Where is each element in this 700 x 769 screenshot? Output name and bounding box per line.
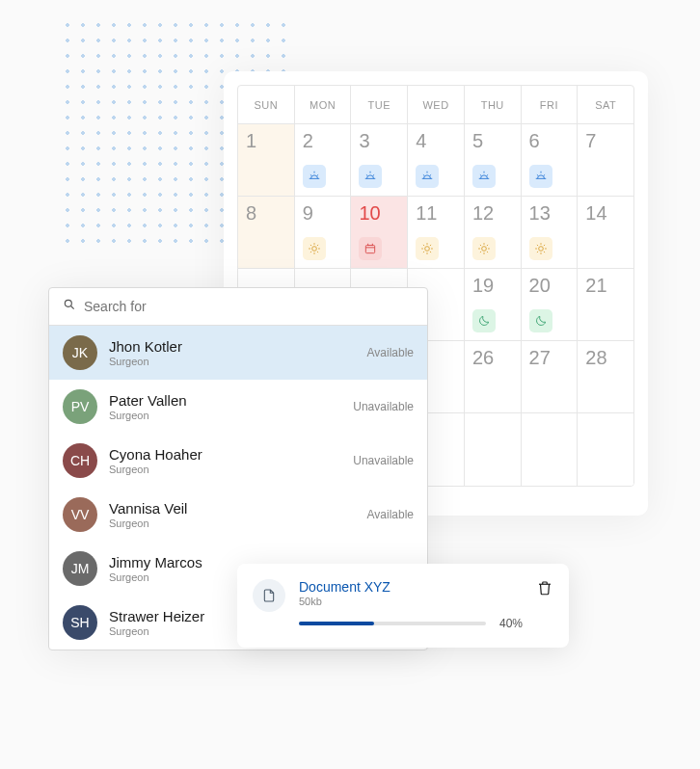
calendar-day-head: FRI	[521, 86, 578, 124]
calendar-cell[interactable]: 27	[521, 341, 578, 413]
calendar-day-head: MON	[294, 86, 351, 124]
svg-line-56	[537, 245, 538, 246]
calendar-cell-empty	[464, 413, 521, 486]
avatar: VV	[63, 497, 97, 532]
delete-button[interactable]	[536, 579, 553, 597]
avatar: CH	[63, 443, 97, 478]
sun-icon	[416, 237, 439, 260]
sunrise-icon	[416, 165, 439, 188]
calendar-cell[interactable]: 11	[407, 197, 464, 269]
calendar-day-head: SUN	[238, 86, 294, 124]
calendar-day-head: THU	[464, 86, 521, 124]
calendar-cell[interactable]: 21	[577, 269, 633, 341]
calendar-date-number: 20	[529, 275, 578, 297]
sun-icon	[303, 237, 326, 260]
calendar-date-number: 5	[472, 130, 521, 152]
calendar-cell[interactable]: 13	[521, 197, 578, 269]
calendar-date-number: 26	[472, 347, 521, 369]
svg-line-49	[487, 245, 488, 246]
search-icon	[63, 298, 76, 315]
avatar: SH	[63, 605, 97, 640]
search-bar	[49, 288, 427, 326]
list-item-name: Pater Vallen	[109, 392, 341, 409]
svg-line-26	[317, 252, 318, 252]
svg-line-15	[487, 174, 488, 175]
avatar: JM	[63, 551, 97, 586]
calendar-cell[interactable]: 20	[521, 269, 578, 341]
calendar-date-number: 12	[472, 202, 521, 225]
calendar-day-head: TUE	[350, 86, 407, 124]
calendar-date-number: 28	[585, 347, 633, 369]
svg-line-19	[544, 174, 545, 175]
list-item-status: Unavailable	[353, 454, 414, 467]
svg-line-48	[487, 252, 488, 252]
calendar-cell[interactable]: 28	[577, 341, 633, 413]
sun-icon	[529, 237, 552, 260]
svg-line-14	[480, 174, 481, 175]
calendar-cell-empty	[521, 413, 578, 486]
list-item-status: Available	[367, 508, 414, 521]
svg-line-18	[537, 174, 538, 175]
list-item-name: Cyona Hoaher	[109, 446, 341, 463]
svg-line-38	[423, 245, 424, 246]
svg-line-59	[537, 252, 538, 252]
svg-line-3	[317, 174, 318, 175]
svg-point-33	[425, 247, 430, 252]
list-item-role: Surgeon	[109, 517, 356, 529]
list-item[interactable]: VVVannisa VeilSurgeonAvailable	[49, 488, 427, 542]
calendar-cell[interactable]: 14	[577, 197, 633, 269]
list-item[interactable]: CHCyona HoaherSurgeonUnavailable	[49, 434, 427, 488]
calendar-cell[interactable]: 12	[464, 197, 521, 269]
calendar-date-number: 3	[359, 130, 407, 152]
trash-icon	[536, 583, 553, 599]
list-item[interactable]: PVPater VallenSurgeonUnavailable	[49, 380, 427, 434]
upload-file-size: 50kb	[299, 596, 523, 607]
sun-icon	[472, 237, 496, 260]
calendar-date-number: 9	[303, 202, 351, 225]
calendar-date-number: 27	[529, 347, 578, 369]
svg-line-2	[310, 174, 311, 175]
avatar: PV	[63, 389, 97, 424]
sunrise-icon	[303, 165, 326, 188]
calendar-date-number: 4	[416, 130, 464, 152]
calendar-cell[interactable]: 5	[464, 124, 521, 197]
list-item-role: Surgeon	[109, 410, 341, 421]
svg-line-61	[71, 306, 74, 309]
upload-progress-fill	[299, 622, 374, 625]
calendar-date-number: 1	[246, 130, 294, 152]
calendar-cell[interactable]: 9	[294, 197, 351, 269]
list-item[interactable]: JKJhon KotlerSurgeonAvailable	[49, 326, 427, 380]
calendar-cell-empty	[577, 413, 633, 486]
list-item-role: Surgeon	[109, 464, 341, 475]
moon-icon	[472, 309, 496, 332]
svg-line-39	[430, 252, 431, 252]
calendar-date-number: 19	[472, 275, 521, 297]
upload-file-name: Document XYZ	[299, 579, 523, 595]
calendar-date-number: 21	[585, 275, 633, 297]
svg-line-47	[480, 245, 481, 246]
calendar-cell[interactable]: 26	[464, 341, 521, 413]
calendar-cell[interactable]: 1	[238, 124, 294, 197]
calendar-date-number: 13	[529, 202, 578, 225]
calendar-cell[interactable]: 8	[238, 197, 294, 269]
svg-line-57	[544, 252, 545, 252]
svg-line-25	[310, 245, 311, 246]
calendar-cell[interactable]: 10	[350, 197, 407, 269]
avatar: JK	[63, 335, 97, 370]
svg-line-6	[366, 174, 367, 175]
sunrise-icon	[359, 165, 382, 188]
svg-line-10	[423, 174, 424, 175]
calendar-cell[interactable]: 6	[521, 124, 578, 197]
svg-rect-29	[366, 246, 375, 253]
upload-progress-pct: 40%	[499, 617, 523, 630]
calendar-date-number: 11	[416, 202, 464, 225]
calendar-cell[interactable]: 4	[407, 124, 464, 197]
list-item-status: Unavailable	[353, 400, 414, 413]
calendar-cell[interactable]: 19	[464, 269, 521, 341]
calendar-cell[interactable]: 7	[577, 124, 633, 197]
search-input[interactable]	[84, 299, 414, 314]
calendar-cell[interactable]: 3	[350, 124, 407, 197]
calendar-date-number: 2	[303, 130, 351, 152]
svg-point-51	[538, 247, 543, 252]
calendar-cell[interactable]: 2	[294, 124, 351, 197]
